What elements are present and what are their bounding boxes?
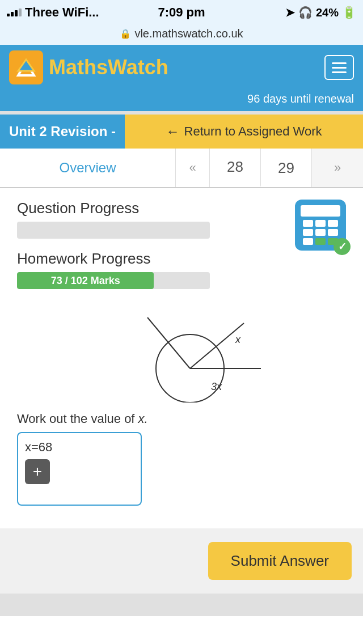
svg-marker-1 (18, 60, 34, 71)
logo-area: MathsWatch (9, 50, 168, 84)
question-progress-label: Question Progress (17, 200, 210, 217)
app-header: MathsWatch (0, 45, 363, 90)
top-area: Question Progress Homework Progress 73 /… (17, 200, 346, 300)
url-text: vle.mathswatch.co.uk (134, 27, 243, 40)
tab-prev-button[interactable]: « (176, 149, 210, 187)
calc-btn-2 (315, 220, 326, 227)
svg-text:x: x (235, 334, 241, 345)
address-bar: 🔒 vle.mathswatch.co.uk (0, 25, 363, 45)
question-progress-section: Question Progress (17, 200, 210, 239)
return-label: Return to Assigned Work (184, 124, 322, 139)
tab-next-button[interactable]: » (312, 149, 363, 187)
return-button[interactable]: ← Return to Assigned Work (125, 115, 363, 149)
time-display: 7:09 pm (158, 5, 205, 20)
status-bar: Three WiFi... 7:09 pm ➤ 🎧 24% 🔋 (0, 0, 363, 25)
calc-buttons (303, 220, 338, 245)
svg-text:3x: 3x (211, 381, 222, 392)
status-right: ➤ 🎧 24% 🔋 (285, 6, 356, 19)
signal-icon (7, 9, 22, 16)
calc-btn-7 (303, 238, 313, 245)
battery-text: 24% (316, 6, 339, 19)
progress-panels: Question Progress Homework Progress 73 /… (17, 200, 210, 300)
bottom-bar (0, 594, 363, 616)
carrier-text: Three WiFi... (25, 5, 99, 20)
headphone-icon: 🎧 (298, 6, 313, 19)
logo-text: MathsWatch (49, 56, 168, 79)
logo-watch: Watch (108, 56, 168, 79)
assignment-bar: Unit 2 Revision - ← Return to Assigned W… (0, 115, 363, 149)
variable-text: x. (138, 412, 148, 426)
main-content: Question Progress Homework Progress 73 /… (0, 188, 363, 517)
calc-btn-4 (303, 229, 313, 236)
tab-overview[interactable]: Overview (0, 149, 176, 187)
menu-button[interactable] (324, 55, 354, 80)
homework-progress-section: Homework Progress 73 / 102 Marks (17, 250, 210, 289)
svg-line-3 (147, 317, 190, 368)
renewal-banner: 96 days until renewal (0, 90, 363, 111)
calc-btn-5 (315, 229, 326, 236)
battery-icon: 🔋 (342, 6, 356, 19)
renewal-text: 96 days until renewal (247, 92, 354, 105)
tabs-row: Overview « 28 29 » (0, 149, 363, 188)
menu-line-2 (332, 67, 347, 69)
answer-value: x=68 (25, 440, 134, 455)
logo-icon (9, 50, 43, 84)
homework-progress-fill: 73 / 102 Marks (17, 272, 154, 289)
calc-btn-green (315, 238, 326, 245)
work-question: Work out the value of x. (17, 412, 346, 426)
calc-btn-1 (303, 220, 313, 227)
status-left: Three WiFi... (7, 5, 99, 20)
submit-button[interactable]: Submit Answer (208, 542, 352, 580)
calc-checkmark-icon: ✓ (334, 238, 351, 255)
menu-line-1 (332, 62, 347, 64)
tab-page-28[interactable]: 28 (210, 149, 261, 187)
answer-box[interactable]: x=68 + (17, 432, 142, 506)
calculator-icon: ✓ (295, 200, 346, 251)
homework-progress-label: Homework Progress (17, 250, 210, 268)
homework-progress-bar: 73 / 102 Marks (17, 272, 210, 289)
angle-diagram: x 3x (17, 306, 346, 402)
tab-page-29[interactable]: 29 (261, 149, 312, 187)
logo-maths: Maths (49, 56, 108, 79)
calc-btn-6 (328, 229, 338, 236)
lock-icon: 🔒 (120, 28, 131, 39)
calc-btn-3 (328, 220, 338, 227)
add-line-button[interactable]: + (25, 459, 50, 484)
submit-area: Submit Answer (0, 528, 363, 594)
arrow-left-icon: ← (166, 124, 180, 139)
svg-line-4 (190, 323, 244, 368)
calc-screen (301, 205, 340, 217)
question-progress-bar (17, 222, 210, 239)
assignment-title: Unit 2 Revision - (0, 115, 125, 149)
location-icon: ➤ (285, 6, 295, 19)
menu-line-3 (332, 71, 347, 73)
